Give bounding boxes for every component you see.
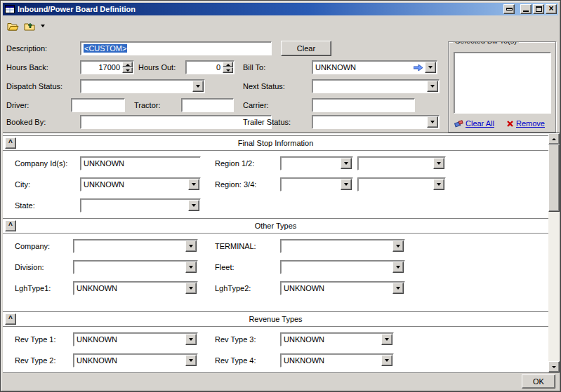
division-combo[interactable] <box>73 260 198 274</box>
spin-down-button[interactable] <box>223 67 233 73</box>
ok-button[interactable]: OK <box>522 374 555 388</box>
hours-back-input[interactable]: 17000 <box>80 60 134 74</box>
driver-input[interactable] <box>71 98 125 112</box>
dropdown-button[interactable] <box>341 158 352 169</box>
dropdown-button[interactable] <box>188 200 199 211</box>
remove-link[interactable]: Remove <box>506 119 545 128</box>
panel-scrollbar[interactable] <box>548 133 560 372</box>
chevron-down-icon <box>192 183 196 186</box>
chevron-down-icon <box>189 338 193 341</box>
hours-out-spinner[interactable] <box>223 62 233 73</box>
dropdown-button[interactable] <box>427 116 438 128</box>
hours-out-input[interactable]: 0 <box>185 60 235 74</box>
trailer-status-combo[interactable] <box>312 115 440 129</box>
dropdown-button[interactable] <box>381 334 392 345</box>
carrier-label: Carrier: <box>243 101 269 109</box>
dropdown-button[interactable] <box>185 241 197 252</box>
toolbar-dropdown-button[interactable] <box>38 18 47 34</box>
dropdown-button[interactable] <box>427 81 438 92</box>
spin-up-icon <box>126 64 130 66</box>
fleet-combo[interactable] <box>280 260 405 274</box>
description-input[interactable]: <CUSTOM> <box>80 41 272 55</box>
collapse-final-stop-button[interactable]: ^ <box>5 137 16 149</box>
dropdown-button[interactable] <box>392 241 404 252</box>
dropdown-button[interactable] <box>392 283 404 294</box>
bill-to-combo[interactable]: UNKNOWN <box>312 60 437 74</box>
spin-up-button[interactable] <box>223 62 233 67</box>
rev-type-2-label: Rev Type 2: <box>15 356 56 365</box>
scroll-down-button[interactable] <box>548 361 560 372</box>
terminal-combo[interactable] <box>280 239 405 253</box>
rev-type-2-combo[interactable]: UNKNOWN <box>73 353 198 367</box>
hours-back-spinner[interactable] <box>122 62 133 73</box>
lghtype1-combo[interactable]: UNKNOWN <box>73 281 198 295</box>
scrollbar-thumb[interactable] <box>548 144 560 212</box>
other-types-section-title: Other Types <box>255 222 297 230</box>
chevron-down-icon <box>428 66 433 69</box>
dispatch-status-combo[interactable] <box>80 79 205 93</box>
dropdown-button[interactable] <box>185 283 197 294</box>
maximize-icon <box>536 6 542 12</box>
lghtype2-combo[interactable]: UNKNOWN <box>280 281 405 295</box>
clear-all-link[interactable]: Clear All <box>454 119 494 128</box>
chevron-down-icon <box>385 338 389 341</box>
lghtype2-label: LghType2: <box>215 284 251 292</box>
company-ids-input[interactable]: UNKNOWN <box>80 156 201 170</box>
state-combo[interactable] <box>80 198 201 212</box>
chevron-down-icon <box>196 85 200 88</box>
dropdown-button[interactable] <box>392 262 404 273</box>
region1-combo[interactable] <box>280 156 353 170</box>
dropdown-button[interactable] <box>425 62 436 73</box>
triangle-down-icon <box>552 366 556 368</box>
open-button[interactable] <box>4 18 21 34</box>
fleet-label: Fleet: <box>215 263 235 271</box>
folder-open-icon <box>7 21 19 32</box>
city-label: City: <box>15 180 30 189</box>
dropdown-button[interactable] <box>185 262 197 273</box>
load-button[interactable] <box>21 18 38 34</box>
dropdown-button[interactable] <box>433 158 444 169</box>
dropdown-button[interactable] <box>188 179 199 190</box>
rollup-button[interactable] <box>503 4 515 14</box>
spin-down-button[interactable] <box>122 67 133 73</box>
region3-combo[interactable] <box>280 177 353 191</box>
company-combo[interactable] <box>73 239 198 253</box>
scroll-up-button[interactable] <box>548 133 560 144</box>
chevron-down-icon <box>192 204 196 207</box>
collapse-other-types-button[interactable]: ^ <box>5 220 16 231</box>
selected-bill-tos-list[interactable] <box>454 52 551 114</box>
collapse-revenue-types-button[interactable]: ^ <box>5 313 16 325</box>
close-button[interactable]: × <box>546 4 557 14</box>
chevron-down-icon <box>396 266 400 269</box>
dropdown-button[interactable] <box>185 355 197 366</box>
clear-button[interactable]: Clear <box>281 41 331 56</box>
minimize-button[interactable] <box>520 4 532 14</box>
dropdown-button[interactable] <box>381 355 392 366</box>
selected-bill-tos-group: Selected Bill To(s) Clear All Remove <box>448 41 556 133</box>
region2-combo[interactable] <box>357 156 446 170</box>
window: Inbound/Power Board Definition × Descrip… <box>0 0 561 392</box>
maximize-button[interactable] <box>533 4 544 14</box>
rev-type-1-label: Rev Type 1: <box>15 335 56 344</box>
chevron-down-icon <box>41 25 45 27</box>
next-status-combo[interactable] <box>312 79 440 93</box>
region34-label: Region: 3/4: <box>215 180 256 189</box>
bill-to-go-button[interactable] <box>411 62 424 73</box>
blue-arrow-icon <box>414 65 423 71</box>
division-label: Division: <box>15 263 44 271</box>
dropdown-button[interactable] <box>192 81 204 92</box>
rev-type-4-combo[interactable]: UNKNOWN <box>280 353 394 367</box>
spin-up-button[interactable] <box>122 62 133 67</box>
carrier-input[interactable] <box>312 98 415 112</box>
dropdown-button[interactable] <box>433 179 444 190</box>
final-stop-section-title: Final Stop Information <box>238 139 314 147</box>
dropdown-button[interactable] <box>185 334 197 345</box>
dropdown-button[interactable] <box>341 179 352 190</box>
chevron-down-icon <box>344 183 348 186</box>
tractor-input[interactable] <box>181 98 234 112</box>
rev-type-1-combo[interactable]: UNKNOWN <box>73 332 198 346</box>
rev-type-3-combo[interactable]: UNKNOWN <box>280 332 394 346</box>
trailer-status-label: Trailer Status: <box>243 118 291 126</box>
region4-combo[interactable] <box>357 177 446 191</box>
city-combo[interactable]: UNKNOWN <box>80 177 201 191</box>
